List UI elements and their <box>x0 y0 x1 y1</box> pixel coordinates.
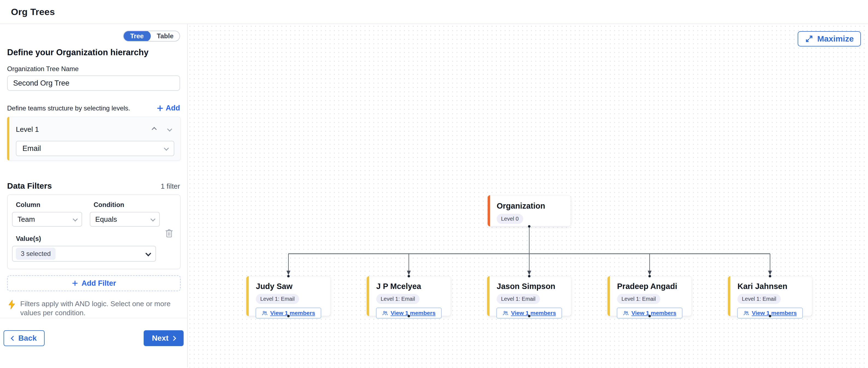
users-icon <box>261 310 268 316</box>
node-title: J P Mcelyea <box>376 282 451 291</box>
expand-icon <box>805 34 813 43</box>
level-card: Level 1 Email <box>7 117 181 161</box>
add-level-button[interactable]: Add <box>157 104 180 112</box>
users-icon <box>743 310 749 316</box>
view-members-label: View 1 members <box>391 310 435 316</box>
org-node-child[interactable]: Kari Jahnsen Level 1: Email View 1 membe… <box>728 276 812 316</box>
filter-condition-value: Equals <box>95 215 117 224</box>
node-accent-bar <box>487 276 490 316</box>
chevron-down-icon <box>73 216 78 221</box>
trash-icon <box>164 228 174 238</box>
org-node-child[interactable]: Judy Saw Level 1: Email View 1 members <box>246 276 331 316</box>
next-label: Next <box>152 334 168 342</box>
tree-name-input[interactable]: Second Org Tree <box>7 75 180 91</box>
level-column-value: Email <box>23 144 41 153</box>
node-accent-bar <box>488 195 490 226</box>
view-members-button[interactable]: View 1 members <box>496 308 562 319</box>
next-button[interactable]: Next <box>144 330 184 346</box>
chevron-left-icon <box>11 336 16 341</box>
maximize-label: Maximize <box>817 34 854 43</box>
add-level-label: Add <box>166 104 180 112</box>
column-label: Column <box>16 201 82 209</box>
node-level-badge: Level 1: Email <box>738 294 781 304</box>
tree-name-value: Second Org Tree <box>13 79 69 88</box>
lightning-icon <box>7 299 17 310</box>
node-level-badge: Level 1: Email <box>256 294 299 304</box>
node-title: Jason Simpson <box>497 282 571 291</box>
org-node-child[interactable]: J P Mcelyea Level 1: Email View 1 member… <box>367 276 451 316</box>
filter-column-select[interactable]: Team <box>12 212 82 227</box>
levels-description: Define teams structure by selecting leve… <box>7 104 130 112</box>
page-title: Org Trees <box>11 6 55 17</box>
values-label: Value(s) <box>16 235 176 242</box>
users-icon <box>623 310 629 316</box>
users-icon <box>382 310 388 316</box>
org-node-child[interactable]: Jason Simpson Level 1: Email View 1 memb… <box>487 276 571 316</box>
node-accent-bar <box>728 276 731 316</box>
node-title: Organization <box>497 201 570 210</box>
node-level-badge: Level 1: Email <box>497 294 540 304</box>
move-level-up-icon[interactable] <box>152 127 157 132</box>
page-header: Org Trees <box>0 0 868 24</box>
filter-condition-select[interactable]: Equals <box>90 212 160 227</box>
chevron-down-icon <box>145 250 151 256</box>
node-accent-bar <box>367 276 369 316</box>
delete-filter-button[interactable] <box>163 227 175 239</box>
add-filter-label: Add Filter <box>82 279 116 288</box>
view-members-label: View 1 members <box>511 310 556 316</box>
view-members-button[interactable]: View 1 members <box>256 308 321 319</box>
node-title: Judy Saw <box>256 282 330 291</box>
node-accent-bar <box>246 276 249 316</box>
view-members-label: View 1 members <box>270 310 315 316</box>
node-title: Pradeep Angadi <box>617 282 691 291</box>
node-level-badge: Level 1: Email <box>376 294 420 304</box>
level-title: Level 1 <box>16 125 39 134</box>
filter-count-badge: 1 filter <box>161 182 180 191</box>
chevron-down-icon <box>164 145 169 150</box>
condition-label: Condition <box>94 201 160 209</box>
filter-card: Column Team Condition Equals <box>7 194 181 269</box>
org-node-root[interactable]: Organization Level 0 <box>488 195 571 226</box>
chevron-down-icon <box>151 216 155 221</box>
sidebar-heading: Define your Organization hierarchy <box>7 47 180 58</box>
users-icon <box>502 310 508 316</box>
toggle-tree[interactable]: Tree <box>123 31 151 41</box>
node-level-badge: Level 0 <box>497 214 523 224</box>
node-accent-bar <box>608 276 610 316</box>
add-filter-button[interactable]: Add Filter <box>7 275 181 291</box>
view-members-label: View 1 members <box>752 310 797 316</box>
sidebar-footer: Back Next <box>0 318 187 367</box>
node-title: Kari Jahnsen <box>738 282 812 291</box>
chevron-right-icon <box>171 336 176 341</box>
move-level-down-icon[interactable] <box>167 127 172 132</box>
data-filters-title: Data Filters <box>7 181 52 191</box>
view-mode-toggle[interactable]: Tree Table <box>123 31 180 41</box>
view-members-button[interactable]: View 1 members <box>617 308 682 319</box>
org-node-child[interactable]: Pradeep Angadi Level 1: Email View 1 mem… <box>608 276 692 316</box>
view-members-button[interactable]: View 1 members <box>376 308 442 319</box>
tree-name-label: Organization Tree Name <box>7 65 180 73</box>
filters-note: Filters apply with AND logic. Select one… <box>20 299 174 318</box>
selected-values-chip: 3 selected <box>16 248 56 260</box>
filter-column-value: Team <box>18 215 35 224</box>
view-members-label: View 1 members <box>631 310 676 316</box>
back-label: Back <box>18 334 37 342</box>
hierarchy-sidebar: Tree Table Define your Organization hier… <box>0 24 188 367</box>
back-button[interactable]: Back <box>4 330 44 346</box>
org-tree-canvas[interactable]: Maximize Organization Level 0 Judy Saw L… <box>188 24 868 367</box>
view-members-button[interactable]: View 1 members <box>737 308 803 319</box>
plus-icon <box>72 280 78 287</box>
level-column-select[interactable]: Email <box>16 141 174 156</box>
plus-icon <box>157 105 164 112</box>
maximize-button[interactable]: Maximize <box>798 31 861 46</box>
toggle-table[interactable]: Table <box>151 31 180 41</box>
node-level-badge: Level 1: Email <box>617 294 660 304</box>
filter-values-select[interactable]: 3 selected <box>12 246 156 262</box>
